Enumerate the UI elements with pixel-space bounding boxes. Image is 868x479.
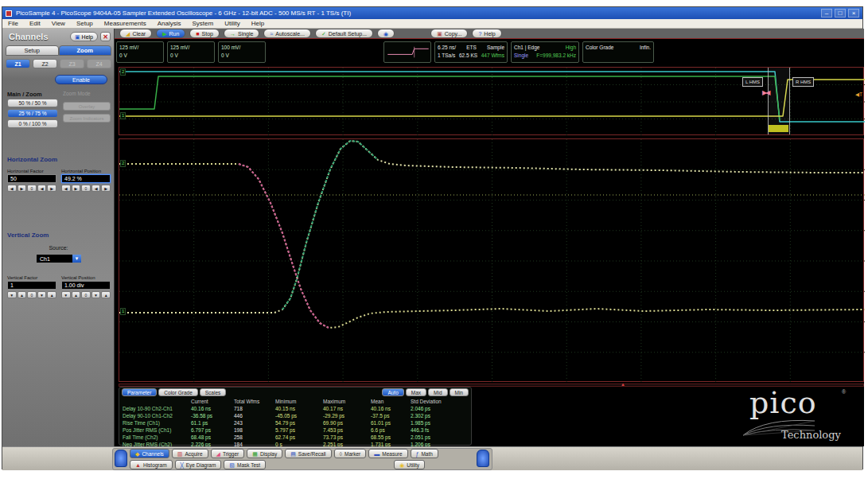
meas-tab-color-grade[interactable]: Color Grade: [158, 388, 197, 396]
app-icon: [6, 10, 12, 17]
clear-button[interactable]: ◢Clear: [119, 29, 152, 38]
ch2-readout[interactable]: 125 mV/0 V: [167, 41, 215, 63]
zoom-select-z1[interactable]: Z1: [6, 59, 30, 68]
zoom-window-right-edge[interactable]: [789, 68, 790, 134]
stepper-button[interactable]: ◀: [61, 185, 71, 192]
stat-tab-min[interactable]: Min: [450, 388, 469, 396]
stepper-button[interactable]: 0: [27, 291, 37, 298]
stepper-button[interactable]: ▲: [72, 291, 81, 298]
ratio-option[interactable]: 0 % / 100 %: [7, 119, 58, 128]
column-header: Total Wfms: [234, 398, 275, 405]
save-recall-button[interactable]: ▤Save/Recall: [285, 449, 331, 458]
enable-button[interactable]: Enable: [55, 75, 107, 84]
display-button[interactable]: ▦Display: [247, 449, 282, 458]
stepper-button[interactable]: 0: [27, 185, 37, 192]
ratio-option[interactable]: 25 % / 75 %: [7, 109, 58, 118]
menu-utility[interactable]: Utility: [219, 20, 246, 27]
hms-bowtie-icon[interactable]: ▶◀: [762, 89, 769, 96]
stepper-button[interactable]: ▼: [7, 291, 17, 298]
stepper-button[interactable]: ▼: [61, 291, 71, 298]
right-hms-marker[interactable]: R HMS: [792, 77, 814, 87]
measurement-value: 5.797 ps: [275, 426, 323, 434]
histogram-button[interactable]: ▲Histogram: [130, 460, 173, 469]
stepper-button[interactable]: ▶: [101, 185, 111, 192]
measurement-value: 73.73 ps: [323, 434, 371, 441]
stepper-button[interactable]: ◀: [37, 185, 47, 192]
horizontal-factor-field[interactable]: 50: [7, 174, 56, 183]
run-button[interactable]: ▶Run: [156, 29, 185, 38]
stepper-button[interactable]: ◀: [91, 185, 101, 192]
copy-icon: ▣: [437, 31, 442, 37]
channels-button[interactable]: ◆Channels: [130, 449, 169, 458]
copy-button[interactable]: ▣Copy...: [430, 29, 468, 38]
stat-tab-mid[interactable]: Mid: [428, 388, 447, 396]
close-button[interactable]: ×: [848, 9, 859, 18]
stop-button[interactable]: ■Stop: [189, 29, 220, 38]
menu-analysis[interactable]: Analysis: [152, 20, 187, 27]
menu-measurements[interactable]: Measurements: [99, 20, 152, 27]
help-icon: ?: [478, 31, 481, 37]
measure-button[interactable]: ▬Measure: [368, 449, 407, 458]
display-icon: ▦: [252, 451, 258, 457]
timebase-readout[interactable]: 6.25 ns/ ETS Sample 1 TSa/s 62.5 KS 447 …: [434, 41, 508, 63]
utility-button[interactable]: ◉Utility: [394, 460, 425, 469]
main-timebase-display[interactable]: L HMS R HMS ▶◀ ◀T 2 1: [119, 67, 864, 135]
meas-tab-parameter[interactable]: Parameter: [122, 388, 157, 396]
stepper-button[interactable]: ▶: [18, 185, 27, 192]
stepper-button[interactable]: ◀: [7, 185, 17, 192]
column-header: Maximum: [323, 398, 371, 405]
menu-file[interactable]: File: [2, 20, 24, 27]
stepper-button[interactable]: 0: [81, 291, 91, 298]
sidebar-help-button[interactable]: ▣ Help: [70, 32, 98, 41]
ch3-readout[interactable]: 100 mV/0 V: [218, 41, 266, 63]
source-dropdown[interactable]: Ch1 ▼: [36, 254, 82, 263]
menu-setup[interactable]: Setup: [71, 20, 99, 27]
stepper-button[interactable]: ▼: [37, 291, 47, 298]
trigger-button[interactable]: ◢Trigger: [211, 449, 245, 458]
acquire-button[interactable]: ▥Acquire: [172, 449, 208, 458]
vertical-factor-field[interactable]: 1: [7, 281, 56, 290]
vertical-position-field[interactable]: 1.00 div: [61, 281, 111, 290]
single-button[interactable]: →Single: [224, 29, 259, 38]
offset-value: 0 V: [221, 52, 263, 60]
marker-button[interactable]: ◊Marker: [334, 449, 367, 458]
trigger-readout[interactable]: Ch1 | Edge High Single F=999,983.2 kHz: [511, 41, 579, 63]
left-hms-marker[interactable]: L HMS: [742, 77, 763, 87]
horizontal-position-field[interactable]: 49.2 %: [61, 174, 111, 183]
stepper-button[interactable]: ▲: [101, 291, 111, 298]
help-button[interactable]: ?Help: [472, 29, 501, 38]
ratio-option[interactable]: 50 % / 50 %: [7, 99, 58, 107]
stepper-button[interactable]: 0: [81, 185, 91, 192]
stepper-button[interactable]: ▲: [18, 291, 27, 298]
stepper-button[interactable]: ▲: [47, 291, 56, 298]
minimize-button[interactable]: –: [821, 9, 832, 18]
menu-edit[interactable]: Edit: [24, 20, 46, 27]
chevron-down-icon[interactable]: ▼: [72, 255, 81, 263]
eye-diagram-button[interactable]: ╳Eye Diagram: [175, 460, 222, 469]
button-label: Autoscale...: [275, 31, 305, 37]
zoom-select-z2[interactable]: Z2: [33, 59, 57, 68]
menu-system[interactable]: System: [187, 20, 220, 27]
default-setup-button[interactable]: ✓Default Setup...: [315, 29, 373, 38]
tab-zoom[interactable]: Zoom: [59, 45, 112, 56]
stat-tab-auto[interactable]: Auto: [382, 388, 403, 396]
tab-setup[interactable]: Setup: [6, 45, 59, 56]
zoom-waveform-display[interactable]: 2 1: [119, 138, 864, 382]
autoscale-button[interactable]: ≈Autoscale...: [263, 29, 310, 38]
stepper-button[interactable]: ▼: [91, 291, 101, 298]
menu-view[interactable]: View: [46, 20, 71, 27]
camera-button[interactable]: ◉: [377, 29, 395, 38]
maximize-button[interactable]: □: [835, 9, 846, 18]
color-grade-readout[interactable]: Color Grade Infin.: [582, 41, 654, 63]
trigger-preview-box[interactable]: [383, 41, 431, 63]
ch1-readout[interactable]: 125 mV/0 V: [116, 41, 164, 63]
menu-help[interactable]: Help: [246, 20, 270, 27]
stepper-button[interactable]: ▶: [47, 185, 56, 192]
mask-test-button[interactable]: ▧Mask Test: [224, 460, 266, 469]
title-bar[interactable]: PicoSample 4 - PicoScope 9404A-05 Sample…: [2, 7, 862, 19]
math-button[interactable]: ƒMath: [411, 449, 438, 458]
stat-tab-max[interactable]: Max: [406, 388, 426, 396]
stepper-button[interactable]: ▶: [72, 185, 81, 192]
sidebar-close-button[interactable]: ✕: [100, 32, 111, 41]
meas-tab-scales[interactable]: Scales: [200, 388, 227, 396]
